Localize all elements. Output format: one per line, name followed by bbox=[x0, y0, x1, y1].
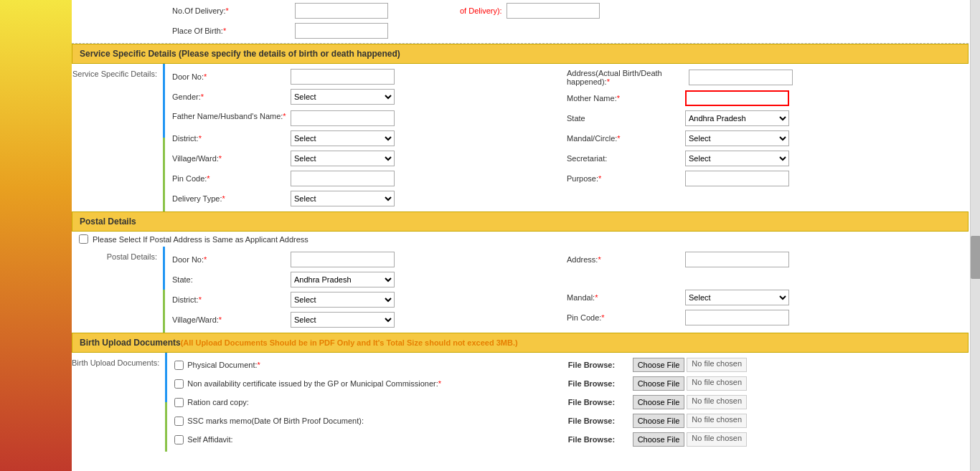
no-file-text-1: No file chosen bbox=[687, 358, 747, 372]
scrollbar-thumb[interactable] bbox=[971, 236, 980, 279]
no-file-text-4: No file chosen bbox=[687, 414, 747, 428]
doc-non-avail-label[interactable]: Non availability certificate issued by t… bbox=[174, 379, 441, 389]
no-file-text-2: No file chosen bbox=[687, 376, 747, 391]
gender-label: Gender:* bbox=[172, 92, 291, 101]
doc-ssc-label[interactable]: SSC marks memo(Date Of Birth Proof Docum… bbox=[174, 417, 364, 426]
district-label: District:* bbox=[172, 134, 291, 143]
district-row: District:* Select bbox=[172, 128, 567, 148]
postal-content: Door No:* State: Andhra Pradesh bbox=[165, 247, 969, 333]
birth-upload-sidebar: Birth Upload Documents: bbox=[72, 353, 167, 452]
no-file-text-5: No file chosen bbox=[687, 432, 747, 447]
doc-affidavit-checkbox[interactable] bbox=[174, 435, 184, 444]
postal-district-select[interactable]: Select bbox=[291, 292, 395, 308]
place-of-birth-label: Place Of Birth:* bbox=[172, 27, 291, 35]
postal-mandal-row: Mandal:* Select bbox=[567, 270, 961, 308]
father-name-label: Father Name/Husband's Name:* bbox=[172, 110, 291, 120]
doc-ration-checkbox[interactable] bbox=[174, 398, 184, 407]
state-label: State bbox=[567, 114, 685, 123]
village-label: Village/Ward:* bbox=[172, 154, 291, 163]
file-browse-label-5: File Browse: bbox=[568, 435, 633, 444]
purpose-row: Purpose:* bbox=[567, 168, 961, 189]
birth-upload-header: Birth Upload Documents(All Upload Docume… bbox=[72, 333, 969, 353]
postal-pin-row: Pin Code:* bbox=[567, 308, 961, 328]
address-row: Address(Actual Birth/Death happened):* bbox=[567, 67, 961, 88]
father-name-row: Father Name/Husband's Name:* bbox=[172, 107, 567, 128]
postal-mandal-label: Mandal:* bbox=[567, 293, 685, 302]
doc-non-avail-checkbox[interactable] bbox=[174, 379, 184, 389]
door-no-input[interactable] bbox=[291, 69, 395, 85]
mother-name-row: Mother Name:* bbox=[567, 88, 961, 108]
gender-select[interactable]: Select Male Female Other bbox=[291, 89, 395, 105]
choose-file-btn-5[interactable]: Choose File bbox=[633, 432, 685, 447]
place-of-birth-input[interactable] bbox=[295, 23, 388, 39]
delivery-type-row: Delivery Type:* Select bbox=[172, 189, 567, 209]
door-no-row: Door No:* bbox=[172, 67, 567, 87]
file-browse-label-3: File Browse: bbox=[568, 398, 633, 406]
delivery-type-select[interactable]: Select bbox=[291, 191, 395, 206]
postal-mandal-select[interactable]: Select bbox=[685, 290, 789, 305]
postal-door-no-input[interactable] bbox=[291, 252, 395, 267]
mother-name-input[interactable] bbox=[685, 90, 789, 106]
postal-state-label: State: bbox=[172, 275, 291, 284]
birth-upload-section: Birth Upload Documents: Physical Documen… bbox=[72, 353, 969, 452]
village-row: Village/Ward:* Select bbox=[172, 148, 567, 168]
purpose-label: Purpose:* bbox=[567, 174, 685, 183]
father-name-input[interactable] bbox=[291, 110, 395, 126]
file-input-wrapper-4: Choose File No file chosen bbox=[633, 414, 747, 428]
address-label: Address(Actual Birth/Death happened):* bbox=[567, 69, 689, 86]
postal-state-select[interactable]: Andhra Pradesh bbox=[291, 272, 395, 287]
pin-code-input[interactable] bbox=[291, 171, 395, 186]
purpose-input[interactable] bbox=[685, 171, 789, 186]
postal-village-select[interactable]: Select bbox=[291, 312, 395, 328]
choose-file-btn-2[interactable]: Choose File bbox=[633, 376, 685, 391]
no-of-delivery-input[interactable] bbox=[295, 3, 388, 19]
secretariat-select[interactable]: Select bbox=[685, 151, 789, 166]
postal-right-col: Address:* Mandal:* Select bbox=[567, 249, 961, 330]
doc-row-non-avail: Non availability certificate issued by t… bbox=[174, 374, 961, 393]
postal-door-no-label: Door No:* bbox=[172, 255, 291, 264]
top-partial-section: No.Of Delivery:* of Delivery): Place Of … bbox=[72, 0, 969, 44]
service-left-col: Door No:* Gender:* Select Male Female bbox=[172, 67, 567, 209]
doc-ration-label[interactable]: Ration card copy: bbox=[174, 398, 249, 407]
file-input-wrapper-3: Choose File No file chosen bbox=[633, 395, 747, 409]
postal-left-col: Door No:* State: Andhra Pradesh bbox=[172, 249, 567, 330]
pin-code-label: Pin Code:* bbox=[172, 174, 291, 183]
choose-file-btn-4[interactable]: Choose File bbox=[633, 414, 685, 428]
postal-village-row: Village/Ward:* Select bbox=[172, 310, 567, 330]
postal-address-label: Address:* bbox=[567, 255, 685, 264]
choose-file-btn-3[interactable]: Choose File bbox=[633, 395, 685, 409]
choose-file-btn-1[interactable]: Choose File bbox=[633, 358, 685, 372]
postal-sidebar: Postal Details: bbox=[72, 247, 165, 333]
no-file-text-3: No file chosen bbox=[687, 395, 747, 409]
mother-name-label: Mother Name:* bbox=[567, 94, 685, 103]
mandal-label: Mandal/Circle:* bbox=[567, 134, 685, 143]
doc-physical-checkbox[interactable] bbox=[174, 361, 184, 370]
doc-row-ration: Ration card copy: File Browse: Choose Fi… bbox=[174, 393, 961, 411]
state-select[interactable]: Andhra Pradesh bbox=[685, 110, 789, 126]
of-delivery-right-label: of Delivery): bbox=[460, 6, 502, 15]
state-row: State Andhra Pradesh bbox=[567, 108, 961, 128]
doc-affidavit-label[interactable]: Self Affidavit: bbox=[174, 435, 232, 444]
doc-ssc-checkbox[interactable] bbox=[174, 417, 184, 426]
doc-physical-label[interactable]: Physical Document:* bbox=[174, 361, 260, 370]
village-select[interactable]: Select bbox=[291, 151, 395, 166]
no-of-delivery-right-input[interactable] bbox=[507, 3, 600, 19]
door-no-label: Door No:* bbox=[172, 72, 291, 81]
postal-address-input[interactable] bbox=[685, 252, 789, 267]
postal-same-checkbox[interactable] bbox=[79, 234, 88, 244]
postal-district-label: District:* bbox=[172, 295, 291, 304]
postal-address-row: Address:* bbox=[567, 249, 961, 270]
address-input[interactable] bbox=[689, 70, 793, 85]
service-right-col: Address(Actual Birth/Death happened):* M… bbox=[567, 67, 961, 209]
file-input-wrapper-5: Choose File No file chosen bbox=[633, 432, 747, 447]
mandal-select[interactable]: Select bbox=[685, 130, 789, 146]
scrollbar[interactable] bbox=[970, 0, 980, 471]
delivery-type-label: Delivery Type:* bbox=[172, 194, 291, 203]
postal-district-row: District:* Select bbox=[172, 290, 567, 310]
gender-row: Gender:* Select Male Female Other bbox=[172, 87, 567, 107]
no-of-delivery-label: No.Of Delivery:* bbox=[172, 6, 291, 15]
mandal-row: Mandal/Circle:* Select bbox=[567, 128, 961, 148]
postal-pin-input[interactable] bbox=[685, 310, 789, 325]
file-browse-label-2: File Browse: bbox=[568, 379, 633, 388]
district-select[interactable]: Select bbox=[291, 130, 395, 146]
